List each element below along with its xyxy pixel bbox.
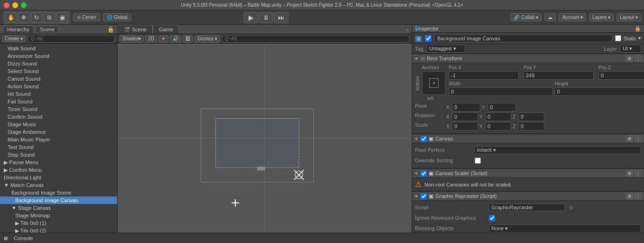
maximize-button[interactable]: [21, 2, 27, 8]
gizmos-button[interactable]: Gizmos ▾: [194, 35, 220, 43]
collab-button[interactable]: 🔗 Collab ▾: [510, 13, 542, 21]
list-item[interactable]: Select Sound: [0, 67, 117, 75]
list-item[interactable]: ▼ Match Canvas: [0, 181, 117, 189]
list-item[interactable]: Directional Light: [0, 174, 117, 181]
list-item[interactable]: Background Image Canvas: [0, 196, 117, 204]
canvas-settings[interactable]: ⚙: [626, 135, 633, 142]
object-name-input[interactable]: [434, 35, 612, 42]
hierarchy-lock[interactable]: 🔒: [107, 26, 114, 33]
list-item[interactable]: Fail Sound: [0, 98, 117, 105]
play-button[interactable]: ▶: [244, 12, 258, 23]
audio-button[interactable]: 🔊: [170, 35, 181, 43]
list-item[interactable]: Walk Sound: [0, 45, 117, 52]
close-button[interactable]: [4, 2, 9, 8]
list-item[interactable]: ▶ Confirm Menu: [0, 166, 117, 174]
layout-button[interactable]: Layout ▾: [616, 13, 641, 21]
list-item[interactable]: Confirm Sound: [0, 113, 117, 121]
rect-transform-more[interactable]: ⋮: [635, 55, 642, 62]
view-menu-icon[interactable]: ≡: [403, 27, 412, 34]
list-item[interactable]: Text Sound: [0, 143, 117, 151]
scene-view-tab[interactable]: 🎬 Scene: [118, 25, 153, 34]
rect-transform-settings[interactable]: ⚙: [626, 55, 633, 62]
console-tab[interactable]: Console: [10, 235, 37, 242]
pivot-y-input[interactable]: [488, 103, 516, 112]
list-item[interactable]: ▶ Tile 0x0 (2): [0, 227, 117, 233]
shaded-dropdown[interactable]: Shaded ▾: [120, 35, 144, 43]
hierarchy-search[interactable]: [28, 35, 115, 43]
blocking-objects-dropdown[interactable]: None ▾: [489, 224, 641, 233]
pixel-perfect-dropdown[interactable]: Inherit ▾: [475, 146, 641, 154]
scale-z-input[interactable]: [518, 122, 544, 131]
lights-button[interactable]: ☀: [158, 35, 168, 43]
rotation-z-input[interactable]: [518, 112, 544, 121]
pos-x-input[interactable]: [449, 71, 519, 80]
graphic-raycaster-checkbox[interactable]: [421, 193, 427, 199]
pause-button[interactable]: ⏸: [259, 12, 273, 23]
list-item[interactable]: Announcer Sound: [0, 52, 117, 60]
override-sorting-checkbox[interactable]: [475, 158, 481, 164]
scene-search[interactable]: [221, 35, 410, 43]
2d-button[interactable]: 2D: [145, 35, 157, 43]
hand-tool[interactable]: ✋: [5, 12, 17, 23]
scale-x-input[interactable]: [452, 122, 478, 131]
layers-button[interactable]: Layers ▾: [589, 13, 614, 21]
graphic-raycaster-more[interactable]: ⋮: [635, 193, 642, 199]
canvas-scaler-settings[interactable]: ⚙: [626, 170, 633, 177]
layer-dropdown[interactable]: UI ▾: [620, 45, 641, 53]
canvas-more[interactable]: ⋮: [635, 135, 642, 142]
rect-transform-section-header[interactable]: ▼ ⊞ Rect Transform ⚙ ⋮: [412, 54, 644, 63]
list-item[interactable]: Stage Ambience: [0, 128, 117, 136]
create-button[interactable]: Create ▾: [2, 35, 26, 42]
tag-dropdown[interactable]: Untagged ▾: [426, 45, 465, 53]
step-button[interactable]: ⏭: [274, 12, 288, 23]
cloud-button[interactable]: ☁: [544, 13, 556, 21]
script-input[interactable]: [489, 204, 565, 211]
canvas-scaler-checkbox[interactable]: [421, 170, 427, 177]
minimize-button[interactable]: [12, 2, 18, 8]
pivot-x-input[interactable]: [452, 103, 480, 112]
script-target-icon[interactable]: ⊙: [569, 205, 573, 211]
center-button[interactable]: ⊙ Center: [73, 13, 100, 21]
hierarchy-tab[interactable]: Hierarchy: [3, 26, 34, 33]
rect-tool[interactable]: ▣: [56, 12, 68, 23]
canvas-scaler-header[interactable]: ▼ ▣ Canvas Scaler (Script) ⚙ ⋮: [412, 168, 644, 178]
anchor-widget[interactable]: [422, 71, 446, 95]
move-tool[interactable]: ✥: [18, 12, 29, 23]
list-item[interactable]: Hit Sound: [0, 90, 117, 98]
scale-tool[interactable]: ⊞: [44, 12, 55, 23]
inspector-lock[interactable]: 🔒: [635, 26, 641, 32]
scale-y-input[interactable]: [485, 122, 511, 131]
canvas-scaler-more[interactable]: ⋮: [635, 170, 642, 177]
list-item[interactable]: Main Music Player: [0, 136, 117, 143]
image-effects-button[interactable]: 🖼: [183, 35, 193, 43]
graphic-raycaster-header[interactable]: ▼ ▣ Graphic Raycaster (Script) ⚙ ⋮: [412, 191, 644, 201]
account-button[interactable]: Account ▾: [559, 13, 586, 21]
rotate-tool[interactable]: ↻: [31, 12, 42, 23]
list-item[interactable]: Action Sound: [0, 83, 117, 90]
list-item[interactable]: Timer Sound: [0, 105, 117, 113]
ignore-reversed-checkbox[interactable]: [489, 215, 495, 221]
pos-y-input[interactable]: [524, 71, 594, 80]
list-item[interactable]: Cancel Sound: [0, 75, 117, 83]
height-input[interactable]: [554, 87, 644, 96]
width-input[interactable]: [449, 87, 553, 96]
object-enabled-checkbox[interactable]: [425, 35, 432, 42]
canvas-enabled-checkbox[interactable]: [421, 136, 427, 142]
graphic-raycaster-settings[interactable]: ⚙: [626, 193, 633, 199]
list-item[interactable]: ▶ Pause Menu: [0, 159, 117, 166]
list-item[interactable]: Step Sound: [0, 151, 117, 159]
list-item[interactable]: Dizzy Sound: [0, 60, 117, 67]
list-item[interactable]: Stage Minimap: [0, 212, 117, 219]
list-item[interactable]: Background Image Scene: [0, 189, 117, 196]
pos-z-input[interactable]: [598, 71, 644, 80]
rotation-y-input[interactable]: [485, 112, 511, 121]
scene-tab[interactable]: Scene: [36, 26, 59, 33]
game-view-tab[interactable]: Game: [153, 25, 179, 34]
global-button[interactable]: 🌐 Global: [103, 13, 131, 21]
list-item[interactable]: ▼ Stage Canvas: [0, 204, 117, 212]
static-checkbox[interactable]: [615, 35, 621, 41]
canvas-section-header[interactable]: ▼ ▣ Canvas ⚙ ⋮: [412, 134, 644, 143]
scene-canvas[interactable]: [118, 44, 412, 233]
rotation-x-input[interactable]: [452, 112, 478, 121]
list-item[interactable]: ▶ Tile 0x0 (1): [0, 219, 117, 227]
